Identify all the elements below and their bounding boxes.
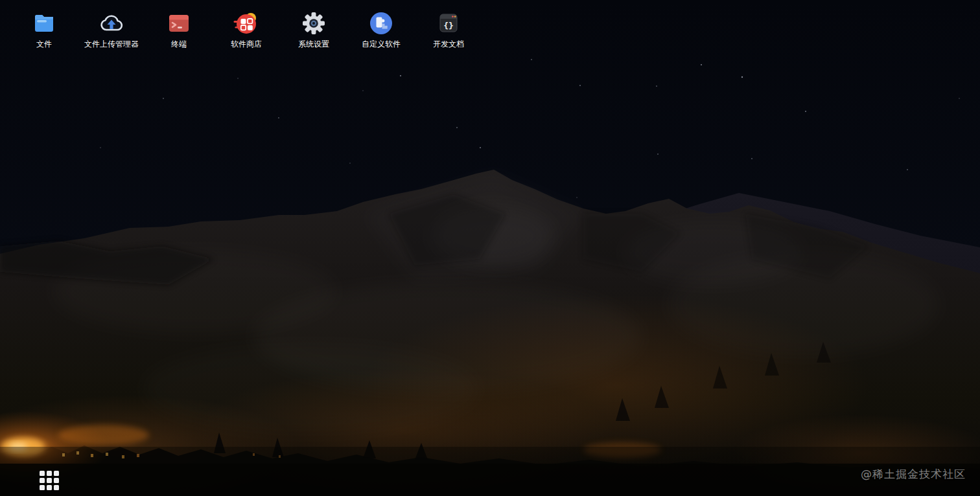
desktop-icon-app-store[interactable]: 软件商店 bbox=[213, 9, 280, 49]
grid-dot bbox=[54, 485, 59, 490]
watermark: @稀土掘金技术社区 bbox=[861, 467, 966, 482]
desktop-wallpaper bbox=[0, 0, 980, 496]
desktop-icon-settings[interactable]: 系统设置 bbox=[280, 9, 347, 49]
icon-label: 文件 bbox=[36, 39, 52, 49]
app-store-icon bbox=[233, 10, 259, 36]
grid-dot bbox=[40, 478, 45, 483]
folder-icon bbox=[31, 10, 57, 36]
desktop-icon-row: 文件 文件上传管理器 终端 软件商店 bbox=[10, 9, 482, 49]
desktop-icon-terminal[interactable]: 终端 bbox=[145, 9, 213, 49]
grid-dot bbox=[54, 471, 59, 476]
desktop-icon-files[interactable]: 文件 bbox=[10, 9, 78, 49]
grid-dot bbox=[40, 485, 45, 490]
icon-label: 文件上传管理器 bbox=[84, 39, 139, 49]
grid-dot bbox=[40, 471, 45, 476]
icon-label: 自定义软件 bbox=[362, 39, 401, 49]
cloud-upload-icon bbox=[99, 10, 124, 36]
grid-dot bbox=[47, 485, 52, 490]
grid-dot bbox=[47, 471, 52, 476]
dev-docs-icon: {} bbox=[436, 10, 461, 36]
grid-dot bbox=[54, 478, 59, 483]
svg-text:{}: {} bbox=[443, 21, 454, 30]
icon-label: 开发文档 bbox=[433, 39, 464, 49]
desktop-icon-dev-docs[interactable]: {} 开发文档 bbox=[415, 9, 482, 49]
settings-gear-icon bbox=[301, 10, 327, 36]
icon-label: 软件商店 bbox=[231, 39, 262, 49]
desktop-icon-custom-apps[interactable]: 自定义软件 bbox=[347, 9, 415, 49]
custom-app-icon bbox=[368, 10, 394, 36]
icon-label: 系统设置 bbox=[298, 39, 329, 49]
icon-label: 终端 bbox=[171, 39, 187, 49]
grid-dot bbox=[47, 478, 52, 483]
app-launcher-button[interactable] bbox=[40, 471, 59, 490]
wallpaper-art bbox=[0, 0, 980, 496]
terminal-icon bbox=[166, 10, 192, 36]
desktop-icon-upload-manager[interactable]: 文件上传管理器 bbox=[78, 9, 145, 49]
